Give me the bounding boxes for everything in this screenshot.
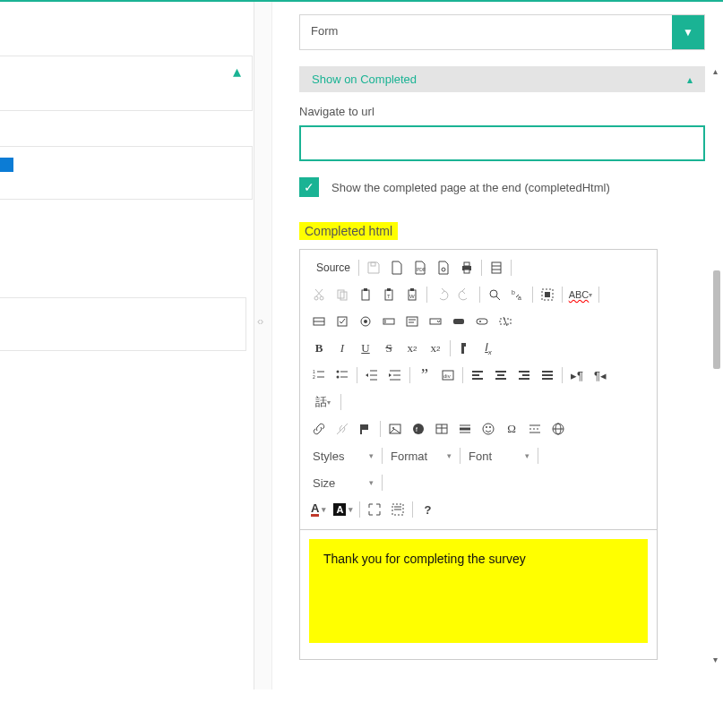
scroll-up-icon[interactable]: ▴ (713, 66, 718, 76)
copy-icon[interactable] (331, 284, 354, 305)
paste-text-icon[interactable]: T (377, 284, 400, 305)
align-justify-icon[interactable] (536, 364, 559, 386)
svg-point-10 (314, 296, 318, 300)
scroll-down-icon[interactable]: ▾ (713, 655, 718, 664)
spellcheck-icon[interactable]: ABC▾ (565, 284, 596, 305)
hidden-field-icon[interactable] (494, 311, 517, 332)
anchor-icon[interactable] (354, 418, 377, 440)
bg-color-button[interactable]: A▾ (330, 499, 357, 520)
language-icon[interactable]: 話▾ (307, 391, 338, 413)
size-combo[interactable]: Size▾ (307, 472, 379, 493)
align-left-icon[interactable] (466, 364, 489, 386)
outdent-icon[interactable] (360, 364, 383, 386)
indent-icon[interactable] (383, 364, 407, 386)
vertical-scrollbar[interactable]: ▴ ▾ (710, 61, 723, 670)
show-blocks-icon[interactable] (386, 499, 409, 520)
table-icon[interactable] (430, 418, 453, 440)
textarea-icon[interactable] (400, 311, 424, 332)
align-right-icon[interactable] (512, 364, 536, 386)
source-button[interactable]: Source (307, 257, 356, 278)
object-selector[interactable]: Form ▼ (299, 14, 705, 50)
print-icon[interactable] (455, 257, 478, 278)
align-center-icon[interactable] (489, 364, 512, 386)
maximize-icon[interactable] (363, 499, 386, 520)
strike-icon[interactable]: S (377, 338, 400, 359)
remove-format-icon[interactable]: Ix (477, 338, 500, 359)
unlink-icon[interactable] (331, 418, 354, 440)
smiley-icon[interactable] (477, 418, 500, 440)
checkbox-checked-icon[interactable]: ✓ (299, 177, 319, 197)
editor-content-text[interactable]: Thank you for completing the survey (309, 539, 648, 643)
undo-icon[interactable] (430, 284, 453, 305)
page-break-icon[interactable] (523, 418, 547, 440)
editor-content-area[interactable]: Thank you for completing the survey (300, 529, 657, 659)
new-page-icon[interactable] (385, 257, 409, 278)
radio-icon[interactable] (354, 311, 377, 332)
horizontal-rule-icon[interactable] (453, 418, 477, 440)
svg-rect-5 (464, 262, 469, 266)
paste-word-icon[interactable]: W (400, 284, 424, 305)
svg-rect-17 (364, 288, 367, 291)
preview-icon[interactable] (432, 257, 455, 278)
svg-rect-19 (387, 288, 391, 291)
font-combo[interactable]: Font▾ (463, 445, 535, 467)
format-combo[interactable]: Format▾ (385, 445, 457, 467)
bulleted-list-icon[interactable] (331, 364, 354, 386)
show-completed-row[interactable]: ✓ Show the completed page at the end (co… (299, 177, 705, 197)
ltr-icon[interactable]: ▸¶ (565, 364, 589, 386)
left-box-selected[interactable] (0, 146, 253, 200)
splitter-handle-icon[interactable]: ‹ › (257, 315, 262, 328)
checkbox-icon[interactable] (331, 311, 354, 332)
selection-indicator (0, 158, 13, 172)
svg-rect-75 (361, 424, 368, 430)
link-icon[interactable] (307, 418, 331, 440)
cut-icon[interactable] (307, 284, 331, 305)
column-splitter[interactable]: ‹ › (254, 2, 272, 689)
iframe-icon[interactable] (547, 418, 570, 440)
div-icon[interactable]: div (436, 364, 460, 386)
textfield-icon[interactable] (377, 311, 400, 332)
underline-icon[interactable]: U (354, 338, 377, 359)
left-box-input[interactable] (0, 297, 246, 351)
superscript-icon[interactable]: x2 (424, 338, 447, 359)
about-icon[interactable]: ? (416, 499, 439, 520)
scrollbar-thumb[interactable] (713, 270, 720, 369)
flash-icon[interactable]: f (407, 418, 430, 440)
svg-line-13 (315, 289, 322, 296)
find-icon[interactable] (483, 284, 506, 305)
bold-icon[interactable]: B (307, 338, 331, 359)
numbered-list-icon[interactable]: 12 (307, 364, 331, 386)
form-icon[interactable] (307, 311, 331, 332)
button-icon[interactable] (447, 311, 470, 332)
imagebutton-icon[interactable] (470, 311, 494, 332)
chevron-down-icon[interactable]: ▼ (672, 15, 704, 49)
italic-icon[interactable]: I (331, 338, 354, 359)
special-char-icon[interactable]: Ω (500, 418, 523, 440)
pdf-icon[interactable]: PDF (409, 257, 432, 278)
svg-text:f: f (416, 426, 417, 433)
svg-text:T: T (387, 294, 391, 299)
subscript-icon[interactable]: x2 (400, 338, 424, 359)
copy-formatting-icon[interactable] (453, 338, 477, 359)
navigate-url-input[interactable] (299, 125, 705, 161)
left-box-collapsed: ▴ (0, 56, 253, 111)
text-color-button[interactable]: A▾ (307, 499, 330, 520)
chevron-up-icon[interactable]: ▴ (233, 62, 241, 81)
svg-rect-1 (371, 262, 375, 266)
select-all-icon[interactable] (536, 284, 559, 305)
left-panel: ▴ (0, 2, 254, 689)
blockquote-icon[interactable]: ” (413, 364, 436, 386)
replace-icon[interactable]: ba (506, 284, 529, 305)
styles-combo[interactable]: Styles▾ (307, 445, 379, 467)
chevron-up-icon[interactable]: ▴ (687, 73, 693, 86)
paste-icon[interactable] (354, 284, 377, 305)
redo-icon[interactable] (453, 284, 477, 305)
svg-point-89 (489, 426, 491, 428)
svg-line-74 (337, 424, 348, 434)
image-icon[interactable] (383, 418, 407, 440)
save-icon[interactable] (362, 257, 385, 278)
rtl-icon[interactable]: ¶◂ (589, 364, 612, 386)
section-show-on-completed[interactable]: Show on Completed ▴ (299, 66, 705, 92)
templates-icon[interactable] (485, 257, 508, 278)
select-icon[interactable] (424, 311, 447, 332)
